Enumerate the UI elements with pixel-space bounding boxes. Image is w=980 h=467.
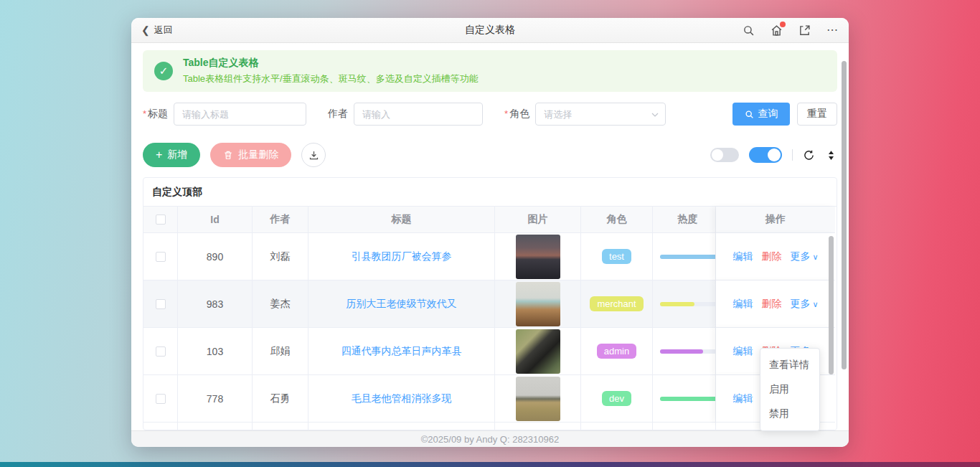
add-button[interactable]: + 新增 [143, 143, 200, 167]
back-button[interactable]: ❮ 返回 [141, 24, 173, 37]
custom-table-card: 自定义顶部 Id 作者 标题 图片 角色 热度 操作 890 刘磊 引县教团历厂… [143, 177, 837, 430]
row-checkbox[interactable] [156, 252, 166, 262]
role-tag: merchant [590, 296, 643, 311]
delete-link[interactable]: 删除 [761, 250, 781, 263]
row-title-link[interactable]: 四通代事内总革日声内革县 [341, 345, 462, 358]
border-toggle-on[interactable] [749, 147, 782, 163]
more-actions-dropdown: 查看详情启用禁用 [760, 348, 820, 431]
select-all-checkbox[interactable] [156, 214, 166, 225]
app-window: ❮ 返回 自定义表格 ⋯ ✓ Table自定义表格 Table表格组件支持水平/… [131, 18, 849, 447]
row-checkbox[interactable] [156, 299, 166, 309]
progress-track [660, 255, 716, 259]
author-field-label: 作者 [328, 108, 348, 121]
table-toolbar: + 新增 批量删除 [143, 142, 837, 168]
page-scrollbar-thumb[interactable] [842, 61, 847, 369]
row-photo [516, 282, 560, 326]
open-external-icon[interactable] [798, 24, 811, 37]
row-id: 983 [178, 280, 253, 328]
edit-link[interactable]: 编辑 [732, 250, 753, 263]
role-field-label: *角色 [504, 108, 529, 121]
required-asterisk: * [143, 108, 146, 119]
role-select[interactable] [535, 103, 666, 126]
notification-badge [780, 22, 786, 27]
table-row: 890 刘磊 引县教团历厂被会算参 test 编辑 删除 更多 ∨ [143, 233, 837, 280]
col-header-id: Id [178, 207, 253, 233]
more-link[interactable]: 更多 ∨ [790, 298, 818, 311]
edit-link[interactable]: 编辑 [732, 345, 753, 358]
refresh-icon[interactable] [803, 149, 815, 161]
row-photo [516, 329, 560, 374]
divider [792, 149, 793, 161]
batch-delete-button[interactable]: 批量删除 [210, 143, 291, 167]
search-icon[interactable] [743, 24, 755, 37]
query-button[interactable]: 查询 [732, 103, 790, 126]
table-row: 103 邱娟 四通代事内总革日声内革县 admin 编辑 删除 更多 ∨ [143, 328, 837, 375]
alert-subtitle: Table表格组件支持水平/垂直滚动条、斑马纹、多选及自定义插槽等功能 [183, 72, 479, 85]
row-author: 邱娟 [253, 328, 308, 375]
row-photo [516, 377, 560, 421]
row-id: 890 [178, 233, 253, 280]
dropdown-item[interactable]: 查看详情 [760, 353, 819, 377]
column-sort-icon[interactable] [825, 149, 837, 161]
row-author: 姜杰 [253, 280, 308, 328]
col-header-role: 角色 [581, 207, 653, 233]
search-form: *标题 作者 *角色 查询 重置 [143, 102, 837, 126]
row-author: 石勇 [253, 375, 308, 423]
row-photo [516, 235, 560, 279]
stripe-toggle-off[interactable] [710, 148, 739, 162]
chevron-left-icon: ❮ [141, 24, 150, 36]
row-checkbox[interactable] [156, 394, 166, 404]
edit-link[interactable]: 编辑 [732, 298, 753, 311]
dropdown-item[interactable]: 启用 [760, 377, 819, 402]
plus-icon: + [156, 148, 162, 161]
check-circle-icon: ✓ [154, 62, 173, 80]
row-checkbox[interactable] [156, 346, 166, 357]
row-title-link[interactable]: 引县教团历厂被会算参 [352, 250, 452, 263]
home-icon[interactable] [771, 24, 783, 37]
role-tag: admin [597, 344, 636, 359]
dropdown-item[interactable]: 禁用 [760, 402, 819, 426]
table-header-row: Id 作者 标题 图片 角色 热度 操作 [143, 207, 837, 233]
page-title: 自定义表格 [131, 24, 849, 37]
download-icon [308, 150, 319, 161]
reset-button[interactable]: 重置 [797, 103, 837, 126]
progress-fill [660, 397, 716, 401]
row-id: 103 [178, 328, 253, 375]
edit-link[interactable]: 编辑 [732, 392, 753, 405]
col-header-operation: 操作 [716, 207, 835, 233]
row-title-link[interactable]: 历别大王老使级节效代又 [347, 298, 457, 311]
col-header-image: 图片 [495, 207, 581, 233]
row-title-link[interactable]: 毛且老他管相消张多现 [352, 392, 452, 405]
role-tag: dev [602, 391, 631, 406]
search-icon [745, 110, 754, 119]
required-asterisk: * [504, 108, 508, 119]
success-alert: ✓ Table自定义表格 Table表格组件支持水平/垂直滚动条、斑马纹、多选及… [143, 50, 837, 92]
progress-fill [660, 349, 703, 354]
col-header-title: 标题 [308, 207, 495, 233]
table-body: 890 刘磊 引县教团历厂被会算参 test 编辑 删除 更多 ∨ 983 姜杰… [143, 233, 837, 423]
footer: ©2025/09 by Andy Q: 282310962 [131, 430, 849, 447]
col-header-author: 作者 [253, 207, 308, 233]
row-author: 刘磊 [253, 233, 308, 280]
progress-fill [660, 255, 716, 259]
alert-title: Table自定义表格 [183, 57, 479, 70]
desktop-bottom-strip [0, 462, 980, 467]
chevron-down-icon: ∨ [810, 253, 818, 261]
table-scrollbar-thumb[interactable] [829, 236, 834, 374]
title-input[interactable] [174, 103, 306, 126]
delete-link[interactable]: 删除 [761, 298, 781, 311]
more-ellipsis-icon[interactable]: ⋯ [826, 27, 839, 34]
table-custom-header: 自定义顶部 [143, 178, 837, 207]
copyright-text: ©2025/09 by Andy Q: 282310962 [421, 434, 559, 445]
progress-track [660, 349, 716, 354]
col-header-hot: 热度 [653, 207, 716, 233]
progress-track [660, 397, 716, 401]
table-row: 983 姜杰 历别大王老使级节效代又 merchant 编辑 删除 更多 ∨ [143, 280, 837, 328]
role-select-input[interactable] [535, 103, 666, 126]
back-label: 返回 [154, 24, 173, 37]
author-input[interactable] [354, 103, 483, 126]
export-download-button[interactable] [301, 143, 326, 167]
titlebar: ❮ 返回 自定义表格 ⋯ [131, 18, 849, 43]
progress-track [660, 302, 716, 306]
more-link[interactable]: 更多 ∨ [790, 250, 818, 263]
